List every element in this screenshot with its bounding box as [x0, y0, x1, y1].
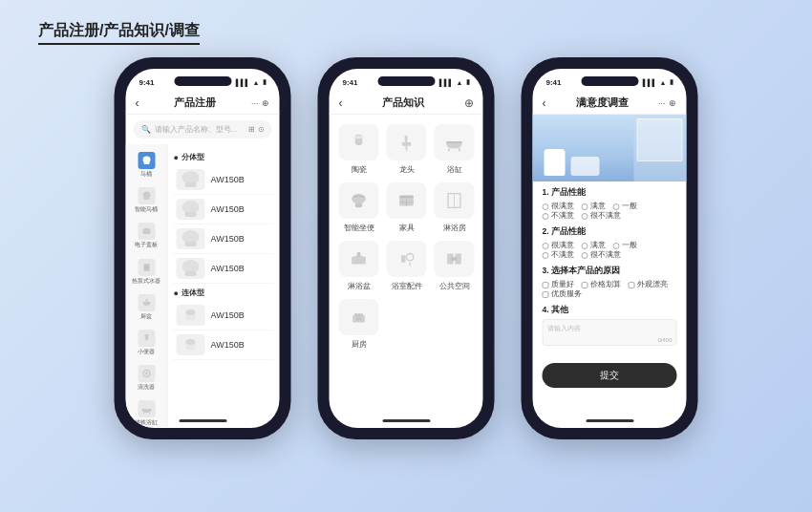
q2-opt5[interactable]: 很不满意	[582, 250, 621, 260]
battery-icon-3: ▮	[670, 78, 673, 86]
scan-icon[interactable]: ⊙	[258, 125, 265, 134]
sidebar-item-urinal[interactable]: 小便器	[126, 326, 167, 359]
q1-opt3[interactable]: 一般	[613, 202, 637, 211]
filter-icon[interactable]: ⊞	[248, 125, 255, 134]
home-indicator-3	[586, 419, 633, 422]
back-button-2[interactable]: ‹	[339, 96, 343, 110]
q3-opt1[interactable]: 质量好	[543, 280, 574, 289]
grid-item-public[interactable]: 公共空间	[435, 241, 475, 291]
sidebar-item-toilet[interactable]: 马桶	[126, 148, 167, 181]
back-button-3[interactable]: ‹	[543, 96, 546, 110]
bathtub-icon-box	[435, 124, 475, 160]
q3-opt2[interactable]: 价格划算	[582, 280, 621, 289]
grid-item-accessories[interactable]: 浴室配件	[387, 241, 427, 291]
sidebar-item-basin[interactable]: 厨盆	[126, 290, 167, 324]
checkbox	[543, 282, 549, 288]
phone1-status-icons: ▌▌▌ ▲ ▮	[236, 78, 267, 86]
product-thumb-5	[177, 305, 205, 326]
q1-opt4[interactable]: 不满意	[543, 211, 574, 221]
product-item-1[interactable]: AW150B	[174, 165, 274, 195]
sidebar-item-smart-toilet[interactable]: 智能马桶	[126, 183, 167, 217]
product-item-4[interactable]: AW150B	[174, 254, 274, 284]
sidebar-label-heater: 热泵式水器	[132, 278, 160, 285]
search-input[interactable]: 请输入产品名称、型号...	[155, 124, 245, 135]
survey-hero-image	[533, 115, 687, 181]
q2-opt1-label: 很满意	[551, 241, 574, 250]
grid-item-kitchen[interactable]: 厨房	[339, 299, 379, 350]
sidebar-item-bathtub[interactable]: 铸铁浴缸	[126, 396, 167, 427]
textarea-counter: 0/400	[657, 337, 672, 343]
page-title: 产品注册/产品知识/调查	[38, 21, 200, 45]
home-indicator-1	[179, 419, 226, 422]
q3-opt4[interactable]: 优质服务	[543, 289, 582, 299]
signal-icon-2: ▌▌▌	[439, 79, 454, 86]
phone-product-knowledge: 9:41 ▌▌▌ ▲ ▮ ‹ 产品知识 ⊕	[318, 57, 495, 439]
add-circle-icon-3[interactable]: ⊕	[669, 98, 676, 108]
q3-opt3[interactable]: 外观漂亮	[629, 280, 668, 289]
sidebar-label-urinal: 小便器	[138, 349, 155, 355]
bathroom-bg	[533, 115, 687, 181]
radio-circle	[613, 243, 620, 249]
battery-icon: ▮	[263, 78, 267, 86]
grid-item-shower-basin[interactable]: 淋浴盆	[339, 241, 379, 291]
category-icon: ●	[174, 153, 179, 162]
accessories-label: 浴室配件	[392, 281, 422, 291]
svg-point-21	[186, 309, 196, 315]
search-bar[interactable]: 🔍 请输入产品名称、型号... ⊞ ⊙	[134, 120, 272, 139]
submit-button[interactable]: 提交	[543, 363, 677, 388]
toilet-in-scene	[545, 149, 566, 176]
product-list: ● 分体型 AW150B	[168, 144, 280, 427]
dots-icon-3[interactable]: ···	[658, 98, 666, 108]
grid-item-bathtub[interactable]: 浴缸	[435, 124, 475, 175]
q2-opt5-label: 很不满意	[590, 250, 621, 260]
shower-basin-icon-box	[339, 241, 379, 277]
search-icon: 🔍	[141, 125, 151, 134]
grid-item-furniture[interactable]: 家具	[387, 182, 427, 233]
sidebar: 马桶 智能马桶	[126, 144, 168, 427]
q2-opt2[interactable]: 满意	[582, 241, 606, 250]
dynamic-island-3	[581, 76, 638, 86]
product-item-3[interactable]: AW150B	[174, 224, 274, 254]
sidebar-item-heater[interactable]: 热泵式水器	[126, 255, 167, 288]
product-thumb-3	[177, 228, 205, 249]
ceramics-label: 陶瓷	[352, 164, 367, 175]
grid-item-smart-toilet[interactable]: 智能坐便	[339, 182, 379, 233]
kitchen-icon-box	[339, 299, 379, 335]
product-thumb-2	[177, 199, 205, 220]
phone1-header: ‹ 产品注册 ··· ⊕	[126, 92, 280, 115]
q2-opt4[interactable]: 不满意	[543, 250, 574, 260]
add-circle-icon[interactable]: ⊕	[262, 98, 269, 108]
q3-title: 3. 选择本产品的原因	[543, 266, 677, 277]
phones-container: 9:41 ▌▌▌ ▲ ▮ ‹ 产品注册 ··· ⊕ 🔍 请输入产品名称、型	[115, 57, 698, 439]
smart-toilet-icon-box	[339, 182, 379, 219]
grid-item-shower[interactable]: 淋浴房	[435, 182, 475, 233]
q1-opt3-label: 一般	[622, 202, 637, 211]
product-item-2[interactable]: AW150B	[174, 195, 274, 224]
q1-opt5[interactable]: 很不满意	[582, 211, 621, 221]
sidebar-label-smart: 智能马桶	[135, 206, 158, 213]
product-item-6[interactable]: AW150B	[174, 331, 274, 360]
dots-icon[interactable]: ···	[251, 98, 259, 108]
svg-rect-30	[355, 203, 362, 208]
radio-circle	[582, 203, 588, 210]
q1-opt2[interactable]: 满意	[582, 202, 606, 211]
product-item-5[interactable]: AW150B	[174, 301, 274, 331]
grid-item-faucet[interactable]: 龙头	[387, 124, 427, 175]
sidebar-item-cover[interactable]: 电子盖板	[126, 219, 167, 252]
q2-opt3-label: 一般	[622, 241, 637, 250]
q2-title: 2. 产品性能	[543, 226, 677, 238]
textarea-placeholder: 请输入内容	[547, 324, 581, 333]
svg-rect-26	[446, 141, 462, 143]
back-button[interactable]: ‹	[136, 96, 139, 110]
filter-icons: ⊞ ⊙	[248, 125, 265, 134]
q1-opt1[interactable]: 很满意	[543, 202, 574, 211]
add-icon-2[interactable]: ⊕	[464, 96, 474, 110]
q2-opt3[interactable]: 一般	[613, 241, 637, 250]
sidebar-item-washer[interactable]: 清洗器	[126, 361, 167, 395]
q2-opt1[interactable]: 很满意	[543, 241, 574, 250]
bathtub-label: 浴缸	[447, 164, 462, 175]
radio-circle	[543, 243, 549, 249]
survey-textarea[interactable]: 请输入内容 0/400	[543, 319, 677, 346]
grid-item-ceramics[interactable]: 陶瓷	[339, 124, 379, 175]
svg-rect-3	[143, 197, 149, 200]
